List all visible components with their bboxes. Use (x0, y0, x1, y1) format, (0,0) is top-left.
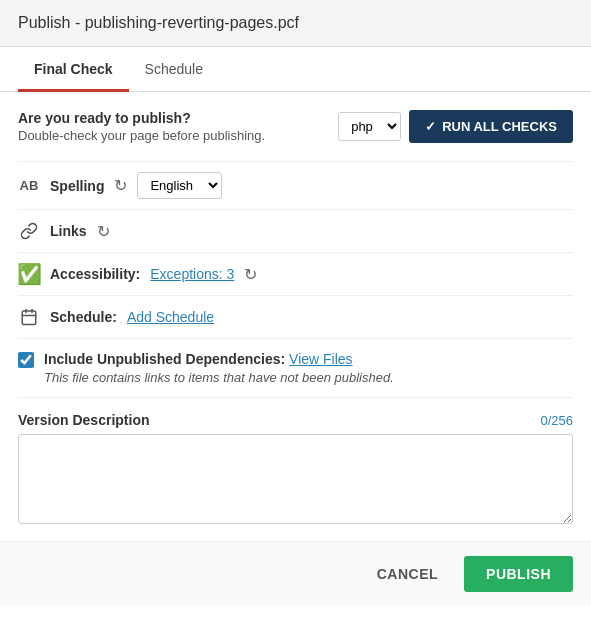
publish-header-text: Are you ready to publish? Double-check y… (18, 110, 265, 143)
spelling-refresh-icon[interactable]: ↻ (114, 176, 127, 195)
publish-subtitle: Double-check your page before publishing… (18, 128, 265, 143)
publish-button[interactable]: PUBLISH (464, 556, 573, 592)
accessibility-refresh-icon[interactable]: ↻ (244, 265, 257, 284)
spelling-row: AB Spelling ↻ English Spanish French Ger… (18, 162, 573, 210)
run-all-checks-button[interactable]: ✓ RUN ALL CHECKS (409, 110, 573, 143)
main-content: Are you ready to publish? Double-check y… (0, 92, 591, 398)
publish-header-controls: php html ✓ RUN ALL CHECKS (338, 110, 573, 143)
check-rows: AB Spelling ↻ English Spanish French Ger… (18, 161, 573, 296)
dependencies-text: Include Unpublished Dependencies: View F… (44, 351, 394, 385)
language-select[interactable]: English Spanish French German (137, 172, 222, 199)
accessibility-check-icon: ✅ (18, 263, 40, 285)
spelling-icon: AB (18, 175, 40, 197)
spelling-label: Spelling (50, 178, 104, 194)
publish-header: Are you ready to publish? Double-check y… (18, 110, 573, 143)
dependencies-row: Include Unpublished Dependencies: View F… (18, 339, 573, 398)
calendar-icon (18, 306, 40, 328)
schedule-label: Schedule: (50, 309, 117, 325)
dependencies-checkbox-container (18, 352, 34, 371)
checkmark-icon: ✓ (425, 119, 436, 134)
version-section: Version Description 0/256 (0, 398, 591, 527)
footer: CANCEL PUBLISH (0, 541, 591, 606)
version-label: Version Description (18, 412, 149, 428)
cancel-button[interactable]: CANCEL (361, 558, 454, 590)
version-header: Version Description 0/256 (18, 412, 573, 428)
svg-rect-0 (22, 311, 36, 325)
links-icon (18, 220, 40, 242)
dialog-title: Publish - publishing-reverting-pages.pcf (0, 0, 591, 47)
tab-bar: Final Check Schedule (0, 47, 591, 92)
tab-schedule[interactable]: Schedule (129, 47, 219, 92)
publish-question: Are you ready to publish? (18, 110, 265, 126)
dependencies-label: Include Unpublished Dependencies: (44, 351, 285, 367)
schedule-row: Schedule: Add Schedule (18, 296, 573, 339)
links-label: Links (50, 223, 87, 239)
dependencies-note: This file contains links to items that h… (44, 370, 394, 385)
add-schedule-link[interactable]: Add Schedule (127, 309, 214, 325)
links-row: Links ↻ (18, 210, 573, 253)
view-files-link[interactable]: View Files (289, 351, 353, 367)
version-count: 0/256 (540, 413, 573, 428)
version-description-input[interactable] (18, 434, 573, 524)
tab-final-check[interactable]: Final Check (18, 47, 129, 92)
php-select[interactable]: php html (338, 112, 401, 141)
accessibility-label: Accessibility: (50, 266, 140, 282)
accessibility-exceptions-link[interactable]: Exceptions: 3 (150, 266, 234, 282)
links-refresh-icon[interactable]: ↻ (97, 222, 110, 241)
accessibility-row: ✅ Accessibility: Exceptions: 3 ↻ (18, 253, 573, 296)
dependencies-checkbox[interactable] (18, 352, 34, 368)
